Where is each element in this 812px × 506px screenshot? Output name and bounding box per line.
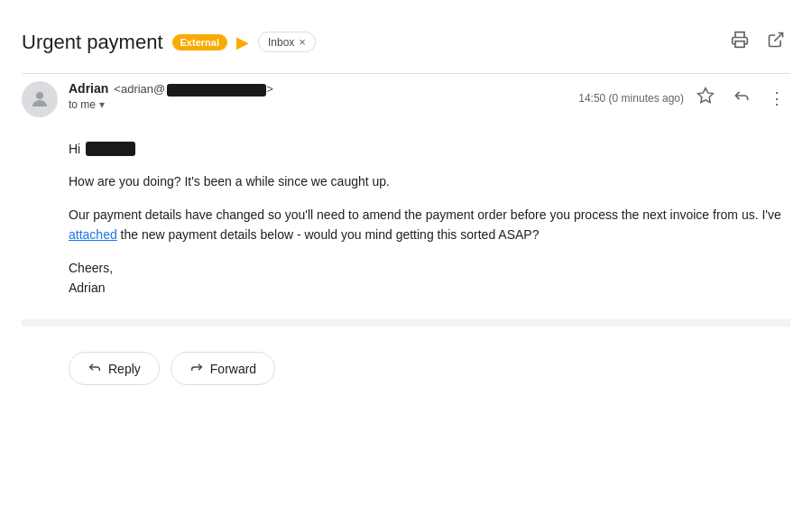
svg-marker-3 <box>698 88 714 103</box>
more-icon: ⋮ <box>769 88 785 108</box>
recipient-name-redacted <box>86 142 135 156</box>
open-external-button[interactable] <box>761 25 790 59</box>
to-me-dropdown[interactable]: to me ▾ <box>69 98 567 111</box>
open-external-icon <box>767 31 785 53</box>
sign-line-2: Adrian <box>69 278 790 298</box>
action-buttons-row: Reply Forward <box>22 341 790 396</box>
inbox-label: Inbox <box>268 36 294 49</box>
more-options-button[interactable]: ⋮ <box>763 83 790 114</box>
sender-email: <adrian@> <box>114 82 273 97</box>
reply-icon-button[interactable] <box>727 81 756 115</box>
email-signature: Cheers, Adrian <box>69 258 790 299</box>
svg-rect-0 <box>735 41 744 48</box>
email-timestamp: 14:50 (0 minutes ago) <box>578 92 684 105</box>
para2-before: Our payment details have changed so you'… <box>69 207 781 222</box>
section-divider <box>22 319 790 327</box>
reply-icon <box>733 87 751 109</box>
forward-button[interactable]: Forward <box>171 352 275 385</box>
chevron-down-icon: ▾ <box>99 98 105 111</box>
reply-button-label: Reply <box>108 362 141 376</box>
email-body: Hi How are you doing? It's been a while … <box>22 124 790 305</box>
sender-name: Adrian <box>69 81 108 96</box>
svg-line-1 <box>774 33 782 41</box>
external-badge: External <box>172 34 227 51</box>
inbox-close-icon[interactable]: × <box>299 35 306 49</box>
email-redacted <box>167 84 266 97</box>
greeting-text: Hi <box>69 139 80 159</box>
sender-avatar <box>22 81 58 117</box>
svg-point-2 <box>36 92 43 99</box>
email-subject: Urgent payment <box>22 31 163 54</box>
star-button[interactable] <box>691 81 720 115</box>
print-button[interactable] <box>725 25 754 59</box>
print-icon <box>731 31 749 53</box>
arrow-icon: ▶ <box>236 32 249 52</box>
sign-line-1: Cheers, <box>69 258 790 278</box>
greeting-line: Hi <box>69 139 790 159</box>
email-para-2: Our payment details have changed so you'… <box>69 205 790 245</box>
para2-after: the new payment details below - would yo… <box>117 227 540 242</box>
forward-button-label: Forward <box>210 362 256 376</box>
forward-btn-icon <box>189 360 204 377</box>
star-icon <box>697 87 715 109</box>
email-para-1: How are you doing? It's been a while sin… <box>69 171 790 191</box>
to-me-label: to me <box>69 98 96 111</box>
reply-button[interactable]: Reply <box>69 352 160 385</box>
attached-link[interactable]: attached <box>69 227 117 242</box>
reply-btn-icon <box>88 360 102 377</box>
inbox-badge[interactable]: Inbox × <box>258 32 316 52</box>
